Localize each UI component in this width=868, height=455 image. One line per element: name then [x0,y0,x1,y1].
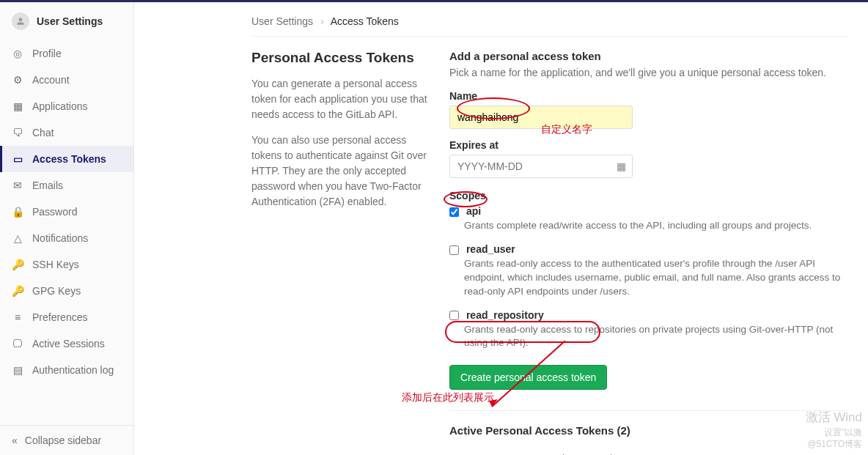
description-p1: You can generate a personal access token… [251,76,427,122]
sidebar-item-account[interactable]: ⚙Account [0,67,133,93]
breadcrumb: User Settings › Access Tokens [251,2,847,37]
sidebar-item-password[interactable]: 🔒Password [0,199,133,225]
sliders-icon: ≡ [12,311,23,323]
sidebar-item-profile[interactable]: ◎Profile [0,40,133,67]
expires-label: Expires at [449,139,847,151]
form-column: Add a personal access token Pick a name … [449,50,847,455]
name-input[interactable] [449,106,633,129]
chevron-right-icon: › [320,15,324,27]
breadcrumb-current: Access Tokens [331,15,399,27]
sidebar-title: User Settings [37,15,103,27]
add-token-title: Add a personal access token [449,50,847,62]
chat-icon: 🗨 [12,127,23,138]
scope-read-user-desc: Grants read-only access to the authentic… [464,257,847,299]
email-icon: ✉ [12,180,23,191]
sidebar-item-preferences[interactable]: ≡Preferences [0,304,133,330]
monitor-icon: 🖵 [12,338,23,349]
sidebar-item-chat[interactable]: 🗨Chat [0,119,133,146]
breadcrumb-root[interactable]: User Settings [251,15,313,27]
active-tokens-table: Name Created Expires Scopes wanghaihong … [449,445,847,455]
th-expires: Expires [586,445,658,455]
sidebar-item-notifications[interactable]: △Notifications [0,225,133,251]
key-icon: 🔑 [12,259,23,270]
main-content: User Settings › Access Tokens Personal A… [134,2,868,455]
scope-read-repository-checkbox[interactable] [449,311,459,320]
account-icon: ⚙ [12,74,23,86]
list-icon: ▤ [12,364,23,376]
scope-read-user-checkbox[interactable] [449,245,459,255]
page-title: Personal Access Tokens [251,50,427,66]
scope-api-checkbox[interactable] [449,207,459,217]
bell-icon: △ [12,232,23,244]
chevron-left-icon: « [12,434,18,446]
sidebar-item-ssh-keys[interactable]: 🔑SSH Keys [0,251,133,278]
description-p2: You can also use personal access tokens … [251,133,427,210]
th-scopes: Scopes [658,445,787,455]
sidebar-header: User Settings [0,2,133,40]
key-icon: 🔑 [12,285,23,297]
sidebar: User Settings ◎Profile ⚙Account ▦Applica… [0,2,134,455]
scope-read-repository-label: read_repository [466,309,544,321]
scopes-label: Scopes [449,190,847,201]
sidebar-item-active-sessions[interactable]: 🖵Active Sessions [0,330,133,357]
sidebar-item-access-tokens[interactable]: ▭Access Tokens [0,146,133,172]
th-created: Created [522,445,586,455]
description-column: Personal Access Tokens You can generate … [251,50,427,455]
sidebar-item-emails[interactable]: ✉Emails [0,172,133,199]
scope-api-label: api [466,205,481,217]
expires-input[interactable] [449,155,633,178]
add-token-hint: Pick a name for the application, and we'… [449,67,847,78]
sidebar-item-applications[interactable]: ▦Applications [0,93,133,119]
name-label: Name [449,90,847,102]
profile-icon: ◎ [12,48,23,59]
sidebar-item-auth-log[interactable]: ▤Authentication log [0,357,133,383]
scope-read-repository-desc: Grants read-only access to repositories … [464,323,847,351]
token-icon: ▭ [12,153,23,165]
lock-icon: 🔒 [12,206,23,218]
avatar [12,12,29,30]
create-token-button[interactable]: Create personal access token [449,365,607,390]
active-tokens-title: Active Personal Access Tokens (2) [449,424,847,437]
sidebar-item-gpg-keys[interactable]: 🔑GPG Keys [0,278,133,304]
applications-icon: ▦ [12,100,23,112]
scope-read-user-label: read_user [466,243,515,255]
scope-api-desc: Grants complete read/write access to the… [464,219,847,233]
svg-marker-1 [489,399,498,407]
collapse-sidebar[interactable]: « Collapse sidebar [0,425,133,455]
th-name: Name [449,445,522,455]
